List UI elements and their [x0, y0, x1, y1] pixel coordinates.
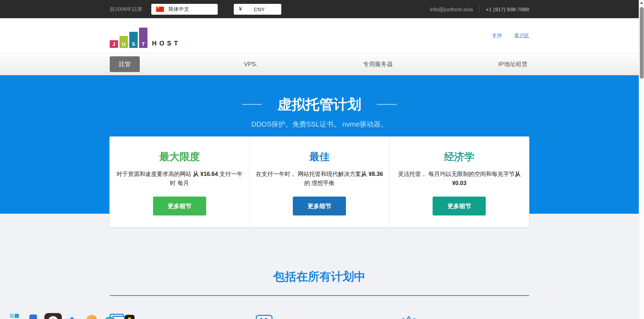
title-dash-left	[242, 104, 262, 105]
topbar-divider	[479, 5, 479, 13]
scrollbar-up-arrow[interactable]	[640, 2, 643, 4]
more-details-button[interactable]: 更多细节	[153, 197, 206, 215]
currency-code: CNY	[242, 6, 276, 12]
plan-description: 在支付一年时， 网站托管和现代解决方案从 ¥8.36的 理想平衡	[254, 170, 384, 187]
section-underline	[110, 295, 529, 296]
scrollbar-thumb[interactable]	[640, 7, 644, 79]
page: 自2006年以来 ★ 简体中文 ¥ CNY info@justhost.asia…	[0, 0, 639, 319]
hero-subtitle: DDOS保护。免费SSL证书。 nvme驱动器。	[0, 120, 639, 129]
blue-app-icon	[29, 314, 37, 319]
plan-card-maximum: 最大限度 对于资源和速度要求高的网站 从 ¥16.64 支付一年时 每月 更多细…	[109, 136, 249, 228]
logo-suffix: HOST	[152, 40, 181, 48]
more-details-button[interactable]: 更多细节	[433, 197, 486, 215]
plan-card-economy: 经济学 灵活托管， 每月均以无限制的空间和每兆字节从 ¥0.03 更多细节	[389, 136, 529, 228]
logo-bar-u: U	[120, 36, 128, 48]
title-dash-right	[377, 104, 397, 105]
plan-description: 灵活托管， 每月均以无限制的空间和每兆字节从 ¥0.03	[395, 170, 524, 187]
plan-title: 最大限度	[115, 150, 244, 164]
light-app-icon	[67, 315, 76, 319]
dark-app-icon	[44, 313, 62, 319]
justhost-logo[interactable]: J U S T HOST	[110, 23, 181, 48]
plan-description: 对于资源和速度要求高的网站 从 ¥16.64 支付一年时 每月	[115, 170, 244, 187]
nav-item-vps[interactable]: VPS.	[243, 57, 259, 72]
site-header: J U S T HOST 支持 客户区	[0, 18, 639, 53]
browser-outline-icon	[256, 315, 273, 319]
client-area-link[interactable]: 客户区	[514, 33, 529, 39]
yen-icon: ¥	[239, 6, 242, 12]
nav-item-dedicated-servers[interactable]: 专用服务器	[362, 56, 394, 72]
included-section: 包括在所有计划中	[0, 214, 639, 319]
nav-item-ip-lease[interactable]: IP地址租赁	[497, 56, 529, 72]
main-nav: 託管 VPS. 专用服务器 IP地址租赁	[0, 53, 639, 75]
shield-outline-icon	[402, 314, 416, 319]
logo-bar-s: S	[129, 32, 138, 48]
support-link[interactable]: 支持	[492, 33, 502, 39]
nav-item-hosting[interactable]: 託管	[110, 56, 140, 72]
plan-title: 最佳	[254, 150, 384, 164]
header-links: 支持 客户区	[492, 33, 529, 39]
black-app-icon	[125, 315, 135, 319]
contact-email[interactable]: info@justhost.asia	[430, 6, 473, 12]
currency-selector[interactable]: ¥ CNY	[234, 4, 281, 15]
plan-cards: 最大限度 对于资源和速度要求高的网站 从 ¥16.64 支付一年时 每月 更多细…	[109, 136, 529, 228]
logo-bar-j: J	[110, 40, 118, 48]
plan-title: 经济学	[395, 150, 524, 164]
tiles-app-icon	[10, 314, 19, 319]
contact-phone[interactable]: +1 (917) 938-7088	[486, 6, 529, 12]
hero-title: 虚拟托管计划	[277, 95, 361, 114]
since-label: 自2006年以来	[110, 6, 142, 13]
frames-app-icon	[105, 314, 125, 319]
logo-bar-t: T	[139, 28, 147, 48]
plan-card-best: 最佳 在支付一年时， 网站托管和现代解决方案从 ¥8.36的 理想平衡 更多细节	[249, 136, 389, 228]
more-details-button[interactable]: 更多细节	[293, 197, 346, 215]
scrollbar[interactable]	[639, 0, 644, 319]
language-label: 简体中文	[168, 6, 189, 13]
china-flag-icon: ★	[156, 7, 164, 12]
top-bar: 自2006年以来 ★ 简体中文 ¥ CNY info@justhost.asia…	[0, 0, 639, 18]
language-selector[interactable]: ★ 简体中文	[151, 4, 218, 15]
